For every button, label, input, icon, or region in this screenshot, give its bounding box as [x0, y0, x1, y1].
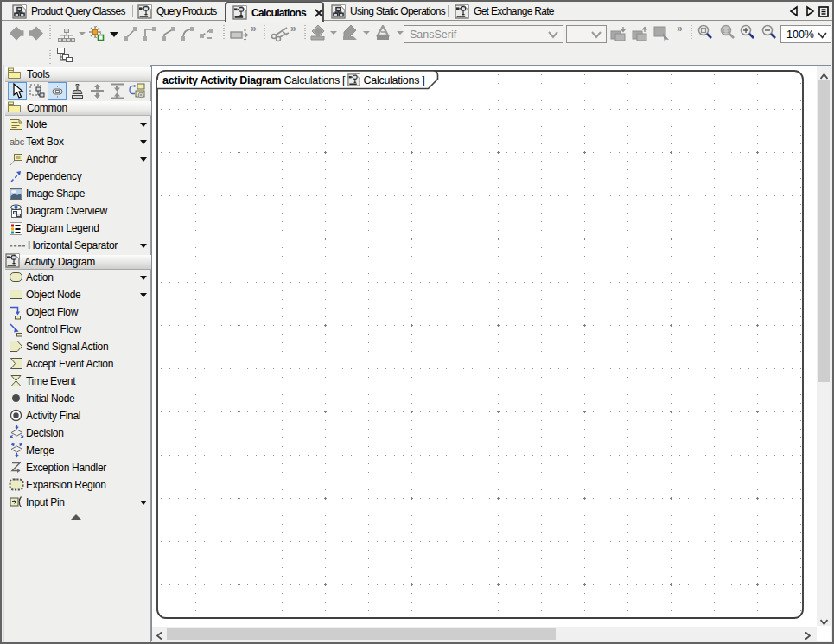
- svg-text:1:1: 1:1: [723, 29, 730, 34]
- svg-text:abc: abc: [10, 137, 25, 147]
